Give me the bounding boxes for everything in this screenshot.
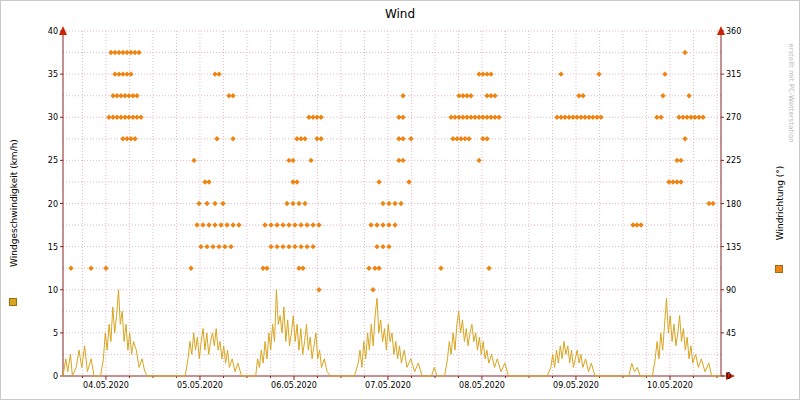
left-axis-title: Windgeschwindigkeit (km/h) <box>9 139 19 267</box>
svg-text:45: 45 <box>726 329 736 338</box>
svg-text:225: 225 <box>726 156 741 165</box>
svg-text:5: 5 <box>53 329 58 338</box>
chart-frame: 0510152025303540045901351802252703153600… <box>0 0 800 400</box>
svg-text:08.05.2020: 08.05.2020 <box>459 381 505 390</box>
svg-text:35: 35 <box>48 70 58 79</box>
svg-text:10.05.2020: 10.05.2020 <box>647 381 693 390</box>
svg-text:180: 180 <box>726 200 741 209</box>
svg-text:40: 40 <box>48 27 58 36</box>
svg-text:20: 20 <box>48 200 58 209</box>
svg-text:25: 25 <box>48 156 58 165</box>
direction-legend-marker <box>775 265 783 273</box>
grid <box>63 31 721 376</box>
svg-text:15: 15 <box>48 243 58 252</box>
svg-text:06.05.2020: 06.05.2020 <box>271 381 317 390</box>
chart-title: Wind <box>1 7 799 21</box>
svg-text:09.05.2020: 09.05.2020 <box>553 381 599 390</box>
svg-text:315: 315 <box>726 70 741 79</box>
svg-text:0: 0 <box>726 372 731 381</box>
svg-text:90: 90 <box>726 286 736 295</box>
speed-line-series <box>63 290 721 376</box>
svg-text:360: 360 <box>726 27 741 36</box>
svg-text:07.05.2020: 07.05.2020 <box>365 381 411 390</box>
svg-text:10: 10 <box>48 286 58 295</box>
svg-text:270: 270 <box>726 113 741 122</box>
watermark-text: erstellt mit PC-Wetterstation <box>787 43 795 142</box>
svg-text:05.05.2020: 05.05.2020 <box>177 381 223 390</box>
svg-text:135: 135 <box>726 243 741 252</box>
tick-labels: 0510152025303540045901351802252703153600… <box>48 27 741 390</box>
right-axis-title: Windrichtung (°) <box>775 166 785 241</box>
svg-text:0: 0 <box>53 372 58 381</box>
svg-text:30: 30 <box>48 113 58 122</box>
direction-scatter-series <box>68 50 715 293</box>
svg-text:04.05.2020: 04.05.2020 <box>83 381 129 390</box>
speed-legend-marker <box>9 298 17 306</box>
plot-svg: 0510152025303540045901351802252703153600… <box>1 1 799 399</box>
